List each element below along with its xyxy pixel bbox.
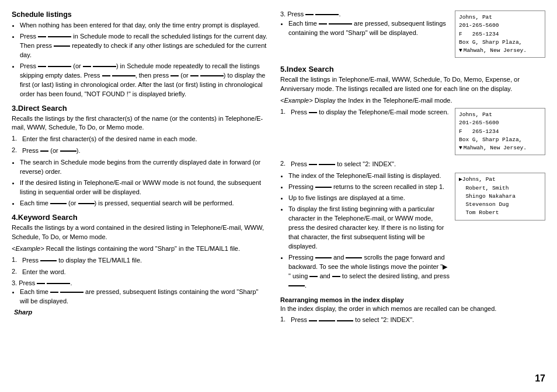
key-box	[50, 203, 67, 204]
key-box	[305, 14, 314, 15]
keyword-bullet-1: Each time are pressed, subsequent listin…	[20, 288, 269, 306]
step-text: Enter the first character(s) of the desi…	[22, 135, 269, 144]
index-step1-row: 1. Press to display the Telephone/E-mail…	[280, 108, 545, 158]
keyword-display-box: Johns, Pat 201-265-5600 F 265-1234 Box G…	[455, 10, 545, 58]
key-box	[309, 112, 317, 113]
sharp-label: Sharp	[14, 309, 269, 316]
direct-step-2: 2. Press (or ).	[12, 146, 269, 156]
key-box	[190, 75, 199, 76]
step-num: 2.	[12, 268, 20, 275]
key-box	[60, 292, 83, 293]
direct-search-section: 3.Direct Search Recalls the listings by …	[12, 104, 269, 208]
key-box	[332, 276, 340, 277]
index-step-1: 1. Press to display the Telephone/E-mail…	[280, 108, 450, 117]
key-box	[346, 257, 362, 258]
key-box	[38, 36, 46, 37]
keyword-step3-text: 3. Press . Each time are pressed, subseq…	[280, 10, 449, 40]
key-box	[319, 164, 335, 165]
key-box	[112, 75, 135, 76]
step-text: Enter the word.	[22, 268, 269, 277]
direct-search-desc: Recalls the listings by the first charac…	[12, 114, 269, 133]
step-num: 1.	[280, 316, 288, 323]
step-text: Press (or ).	[22, 146, 269, 156]
key-box	[170, 75, 179, 76]
index-step1-text: 1. Press to display the Telephone/E-mail…	[280, 108, 450, 117]
schedule-listings-section: Schedule listings When nothing has been …	[12, 10, 269, 99]
key-box	[309, 320, 317, 321]
step-text: Press to display the TEL/MAIL1 file.	[22, 256, 269, 265]
direct-search-title: 3.Direct Search	[12, 104, 269, 113]
step-num: 1.	[280, 108, 288, 115]
schedule-bullet-1: When nothing has been entered for that d…	[20, 21, 269, 30]
index-bullet-1: The index of the Telephone/E-mail listin…	[288, 172, 450, 181]
key-box	[315, 14, 339, 15]
keyword-search-title: 4.Keyword Search	[12, 213, 269, 222]
index-bullet-2: Pressing returns to the screen recalled …	[288, 183, 450, 192]
index-bullet-3: Up to five listings are displayed at a t…	[288, 194, 450, 203]
direct-bullet-2: If the desired listing in Telephone/E-ma…	[20, 178, 269, 197]
key-box	[288, 285, 305, 286]
direct-bullet-1: The search in Schedule mode begins from …	[20, 158, 269, 177]
index-search-desc: Recall the listings in Telephone/E-mail,…	[280, 75, 545, 94]
step-num: 1.	[12, 135, 20, 142]
rearranging-desc: In the index display, the order in which…	[280, 304, 545, 314]
keyword-step-3-row: 3. Press .	[12, 279, 269, 286]
key-box	[48, 36, 71, 37]
keyword-example: <Example> Recall the listings containing…	[12, 244, 269, 254]
keyword-step3-right: 3. Press . Each time are pressed, subseq…	[280, 10, 545, 60]
step-num: 3.	[12, 279, 17, 286]
key-box	[93, 66, 116, 67]
key-box	[38, 66, 46, 67]
key-box	[329, 23, 352, 24]
keyword-step-1: 1. Press to display the TEL/MAIL1 file.	[12, 256, 269, 265]
sharp-word: Sharp	[14, 309, 32, 316]
key-box	[83, 66, 91, 67]
index-step2-row: 2. Press to select "2: INDEX". The index…	[280, 160, 545, 292]
rearranging-section: Rearranging memos in the index display I…	[280, 296, 545, 326]
step-text: Press to display the Telephone/E-mail mo…	[291, 108, 450, 117]
schedule-bullet-2: Press in Schedule mode to recall the sch…	[20, 32, 269, 60]
step-num: 2.	[280, 160, 288, 167]
key-box	[37, 283, 45, 284]
step-text: Press to select "2: INDEX".	[291, 316, 545, 325]
index-bullet-5: Pressing and scrolls the page forward an…	[288, 253, 450, 290]
key-box	[40, 150, 48, 152]
key-box	[315, 257, 332, 258]
key-box	[319, 23, 327, 24]
key-box	[315, 187, 332, 188]
keyword-search-section: 4.Keyword Search Recalls the listings by…	[12, 213, 269, 316]
key-box	[60, 150, 76, 152]
key-box	[309, 276, 318, 277]
key-box	[319, 320, 335, 321]
index-search-section: 5.Index Search Recall the listings in Te…	[280, 65, 545, 325]
index-display-box-2: ▶Johns, Pat Robert, Smith Shingo Nakahar…	[455, 173, 545, 220]
key-box	[50, 292, 58, 293]
index-search-title: 5.Index Search	[280, 65, 545, 74]
rearranging-step-1: 1. Press to select "2: INDEX".	[280, 316, 545, 325]
index-step2-content: 2. Press to select "2: INDEX". The index…	[280, 160, 450, 292]
index-bullet-4: To display the first listing beginning w…	[288, 205, 450, 251]
right-column: 3. Press . Each time are pressed, subseq…	[280, 10, 545, 382]
schedule-bullet-3: Press (or ) in Schedule mode repeatedly …	[20, 62, 269, 99]
key-box	[337, 320, 353, 321]
direct-bullet-3: Each time (or ) is pressed, sequential s…	[20, 199, 269, 208]
key-box	[48, 66, 71, 67]
step-num: 1.	[12, 256, 20, 263]
step3-bullet: Each time are pressed, subsequent listin…	[288, 19, 449, 38]
key-box	[78, 203, 95, 204]
keyword-search-desc: Recalls the listings by a word contained…	[12, 223, 269, 242]
direct-step-1: 1. Enter the first character(s) of the d…	[12, 135, 269, 144]
key-box	[200, 75, 224, 76]
step-text: Press to select "2: INDEX".	[291, 160, 450, 169]
schedule-listings-title: Schedule listings	[12, 10, 269, 19]
key-box	[102, 75, 110, 76]
page-number: 17	[535, 373, 545, 384]
step3-line: 3. Press .	[280, 10, 449, 18]
index-display-box-1: Johns, Pat 201-265-5600 F 265-1234 Box G…	[455, 108, 545, 155]
key-box	[40, 260, 57, 261]
key-box	[309, 164, 317, 165]
key-box	[54, 46, 70, 47]
left-column: Schedule listings When nothing has been …	[12, 10, 269, 382]
rearranging-title: Rearranging memos in the index display	[280, 296, 545, 303]
index-step-2: 2. Press to select "2: INDEX".	[280, 160, 450, 169]
